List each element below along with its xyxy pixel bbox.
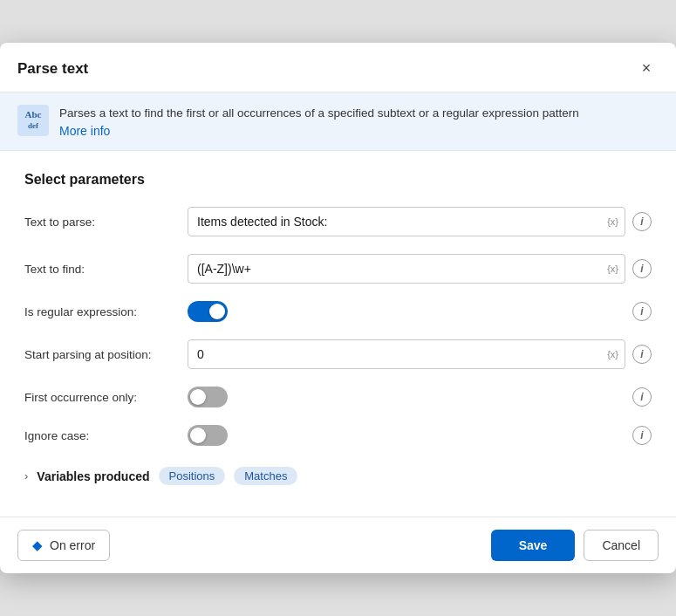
close-button[interactable]: ×: [634, 57, 659, 81]
start-parsing-wrapper: {x}: [188, 339, 625, 369]
start-parsing-row: Start parsing at position: {x} i: [24, 339, 652, 369]
variables-produced-label: Variables produced: [37, 469, 149, 483]
is-regex-control: i: [188, 301, 652, 322]
is-regex-label: Is regular expression:: [24, 305, 177, 318]
ignore-case-toggle[interactable]: [188, 425, 228, 446]
chevron-right-icon[interactable]: ›: [24, 469, 28, 483]
banner-description: Parses a text to find the first or all o…: [59, 105, 579, 122]
ignore-case-slider: [188, 425, 228, 446]
text-to-find-control: {x} i: [188, 254, 652, 284]
matches-badge: Matches: [234, 467, 297, 485]
on-error-button[interactable]: ◆ On error: [17, 530, 110, 561]
first-occurrence-info-icon[interactable]: i: [632, 387, 652, 407]
shield-icon: ◆: [32, 537, 43, 553]
first-occurrence-toggle[interactable]: [188, 387, 228, 407]
info-banner: Abcdef Parses a text to find the first o…: [0, 92, 676, 151]
dialog-title: Parse text: [17, 60, 88, 78]
text-to-parse-info-icon[interactable]: i: [632, 212, 652, 231]
text-to-parse-wrapper: {x}: [188, 207, 625, 236]
ignore-case-info-icon[interactable]: i: [632, 426, 652, 445]
is-regex-slider: [188, 301, 228, 322]
first-occurrence-control: i: [188, 387, 652, 407]
is-regex-row: Is regular expression: i: [24, 301, 652, 322]
cancel-button[interactable]: Cancel: [584, 530, 659, 561]
ignore-case-control: i: [188, 425, 652, 446]
dialog-footer: ◆ On error Save Cancel: [0, 517, 676, 573]
is-regex-info-icon[interactable]: i: [632, 302, 652, 321]
text-to-find-row: Text to find: {x} i: [24, 254, 652, 284]
first-occurrence-row: First occurrence only: i: [24, 387, 652, 407]
dialog-body: Select parameters Text to parse: {x} i T…: [0, 151, 676, 517]
variables-produced-row: › Variables produced Positions Matches: [24, 463, 652, 485]
ignore-case-row: Ignore case: i: [24, 425, 652, 446]
info-icon: Abcdef: [17, 105, 49, 136]
text-to-find-input[interactable]: [188, 254, 625, 284]
text-to-parse-control: {x} i: [188, 207, 652, 236]
start-parsing-info-icon[interactable]: i: [632, 345, 652, 364]
positions-badge: Positions: [159, 467, 226, 485]
section-title: Select parameters: [24, 172, 652, 188]
start-parsing-control: {x} i: [188, 339, 652, 369]
text-to-find-info-icon[interactable]: i: [632, 259, 652, 278]
parse-text-dialog: Parse text × Abcdef Parses a text to fin…: [0, 43, 676, 573]
dialog-header: Parse text ×: [0, 43, 676, 92]
more-info-link[interactable]: More info: [59, 124, 579, 138]
on-error-label: On error: [50, 538, 95, 552]
banner-content: Parses a text to find the first or all o…: [59, 105, 579, 138]
ignore-case-label: Ignore case:: [24, 429, 177, 442]
start-parsing-input[interactable]: [188, 339, 625, 369]
text-to-find-label: Text to find:: [24, 263, 177, 276]
first-occurrence-label: First occurrence only:: [24, 391, 177, 404]
footer-actions: Save Cancel: [491, 530, 659, 561]
text-to-parse-row: Text to parse: {x} i: [24, 207, 652, 236]
is-regex-toggle[interactable]: [188, 301, 228, 322]
start-parsing-label: Start parsing at position:: [24, 348, 177, 361]
save-button[interactable]: Save: [491, 530, 576, 561]
text-to-parse-input[interactable]: [188, 207, 625, 236]
first-occurrence-slider: [188, 387, 228, 407]
text-to-find-wrapper: {x}: [188, 254, 625, 284]
text-to-parse-label: Text to parse:: [24, 216, 177, 229]
